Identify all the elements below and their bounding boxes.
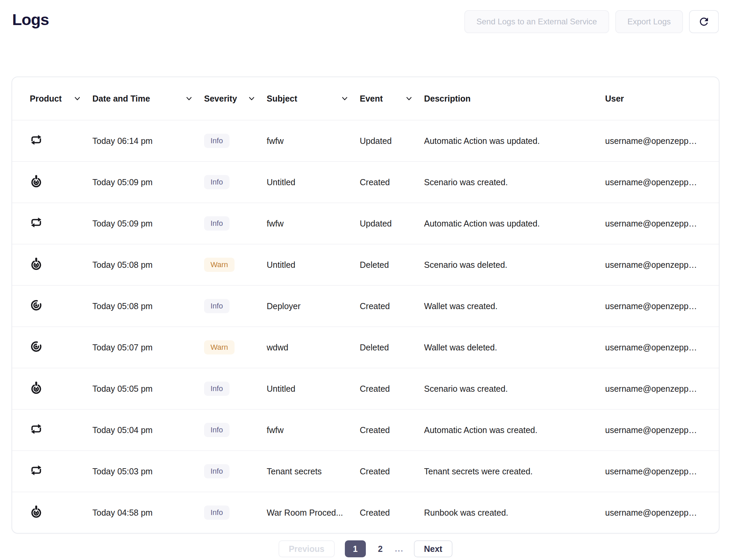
log-subject: Deployer	[267, 301, 360, 311]
pagination-ellipsis: ...	[395, 544, 404, 554]
column-header-date-and-time[interactable]: Date and Time	[92, 94, 204, 104]
log-description: Automatic Action was updated.	[424, 219, 605, 229]
send-logs-button[interactable]: Send Logs to an External Service	[464, 10, 609, 33]
log-event: Updated	[360, 136, 424, 146]
log-description: Automatic Action was updated.	[424, 136, 605, 146]
table-row: Today 05:08 pm Warn Untitled Deleted Sce…	[12, 244, 719, 285]
log-date: Today 05:08 pm	[92, 260, 204, 270]
severity-badge: Warn	[204, 340, 235, 354]
chevron-down-icon	[342, 97, 348, 101]
log-user: username@openzeppe...	[605, 219, 705, 229]
log-subject: Untitled	[267, 260, 360, 270]
severity-badge: Info	[204, 382, 229, 396]
log-description: Scenario was deleted.	[424, 260, 605, 270]
column-header-severity[interactable]: Severity	[204, 94, 267, 104]
column-label: Date and Time	[92, 94, 150, 104]
log-description: Automatic Action was created.	[424, 425, 605, 435]
log-date: Today 05:03 pm	[92, 467, 204, 476]
log-user: username@openzeppe...	[605, 136, 705, 146]
severity-badge: Info	[204, 299, 229, 313]
column-header-user: User	[605, 94, 705, 104]
log-date: Today 05:09 pm	[92, 177, 204, 187]
table-row: Today 05:08 pm Info Deployer Created Wal…	[12, 285, 719, 326]
log-subject: Untitled	[267, 384, 360, 394]
table-row: Today 05:07 pm Warn wdwd Deleted Wallet …	[12, 326, 719, 368]
page-title: Logs	[12, 10, 49, 29]
previous-page-button[interactable]: Previous	[279, 540, 335, 557]
log-event: Deleted	[360, 260, 424, 270]
log-user: username@openzeppe...	[605, 384, 705, 394]
log-description: Wallet was deleted.	[424, 343, 605, 352]
severity-badge: Info	[204, 423, 229, 437]
severity-badge: Warn	[204, 258, 235, 272]
refresh-button[interactable]	[689, 10, 719, 33]
log-user: username@openzeppe...	[605, 343, 705, 352]
log-user: username@openzeppe...	[605, 425, 705, 435]
log-user: username@openzeppe...	[605, 177, 705, 187]
export-logs-button[interactable]: Export Logs	[615, 10, 683, 33]
column-header-description: Description	[424, 94, 605, 104]
log-date: Today 05:09 pm	[92, 219, 204, 229]
pagination: Previous 12 ... Next	[0, 540, 731, 557]
severity-badge: Info	[204, 175, 229, 189]
log-date: Today 05:05 pm	[92, 384, 204, 394]
log-user: username@openzeppe...	[605, 467, 705, 476]
severity-badge: Info	[204, 464, 229, 478]
column-header-event[interactable]: Event	[360, 94, 424, 104]
chevron-down-icon	[74, 97, 80, 101]
log-user: username@openzeppe...	[605, 260, 705, 270]
column-label: Severity	[204, 94, 237, 104]
page-button-1[interactable]: 1	[345, 540, 366, 557]
chevron-down-icon	[186, 97, 192, 101]
log-date: Today 05:08 pm	[92, 301, 204, 311]
toolbar: Send Logs to an External Service Export …	[464, 10, 719, 33]
column-label: Product	[30, 94, 62, 104]
severity-badge: Info	[204, 505, 229, 520]
severity-badge: Info	[204, 216, 229, 231]
column-label: Description	[424, 94, 471, 104]
table-row: Today 04:58 pm Info War Room Proced... C…	[12, 492, 719, 533]
repeat-icon	[30, 464, 43, 477]
table-row: Today 05:03 pm Info Tenant secrets Creat…	[12, 450, 719, 492]
column-header-subject[interactable]: Subject	[267, 94, 360, 104]
log-subject: fwfw	[267, 425, 360, 435]
log-user: username@openzeppe...	[605, 301, 705, 311]
log-event: Created	[360, 301, 424, 311]
log-event: Created	[360, 177, 424, 187]
column-label: Event	[360, 94, 383, 104]
severity-badge: Info	[204, 134, 229, 148]
table-row: Today 05:05 pm Info Untitled Created Sce…	[12, 368, 719, 409]
table-row: Today 05:09 pm Info Untitled Created Sce…	[12, 161, 719, 202]
column-header-product[interactable]: Product	[30, 94, 92, 104]
log-subject: War Room Proced...	[267, 508, 360, 518]
column-label: User	[605, 94, 624, 104]
next-page-button[interactable]: Next	[414, 540, 452, 557]
log-event: Updated	[360, 219, 424, 229]
alert-target-icon	[30, 175, 43, 188]
logs-table: Product Date and Time Severity Subject E…	[12, 77, 719, 534]
page-button-2[interactable]: 2	[376, 544, 385, 554]
log-description: Wallet was created.	[424, 301, 605, 311]
table-row: Today 05:09 pm Info fwfw Updated Automat…	[12, 202, 719, 244]
log-event: Deleted	[360, 343, 424, 352]
log-subject: Tenant secrets	[267, 467, 360, 476]
alert-target-icon	[30, 257, 43, 270]
log-event: Created	[360, 508, 424, 518]
log-event: Created	[360, 384, 424, 394]
chevron-down-icon	[249, 97, 254, 101]
log-subject: fwfw	[267, 136, 360, 146]
page-header: Logs Send Logs to an External Service Ex…	[0, 0, 731, 33]
log-user: username@openzeppe...	[605, 508, 705, 518]
chevron-down-icon	[406, 97, 412, 101]
log-date: Today 05:07 pm	[92, 343, 204, 352]
repeat-icon	[30, 216, 43, 229]
repeat-icon	[30, 133, 43, 146]
column-label: Subject	[267, 94, 297, 104]
log-date: Today 04:58 pm	[92, 508, 204, 518]
log-date: Today 05:04 pm	[92, 425, 204, 435]
table-header-row: Product Date and Time Severity Subject E…	[12, 77, 719, 120]
table-body: Today 06:14 pm Info fwfw Updated Automat…	[12, 120, 719, 533]
log-event: Created	[360, 425, 424, 435]
table-row: Today 05:04 pm Info fwfw Created Automat…	[12, 409, 719, 450]
signal-icon	[30, 299, 43, 311]
